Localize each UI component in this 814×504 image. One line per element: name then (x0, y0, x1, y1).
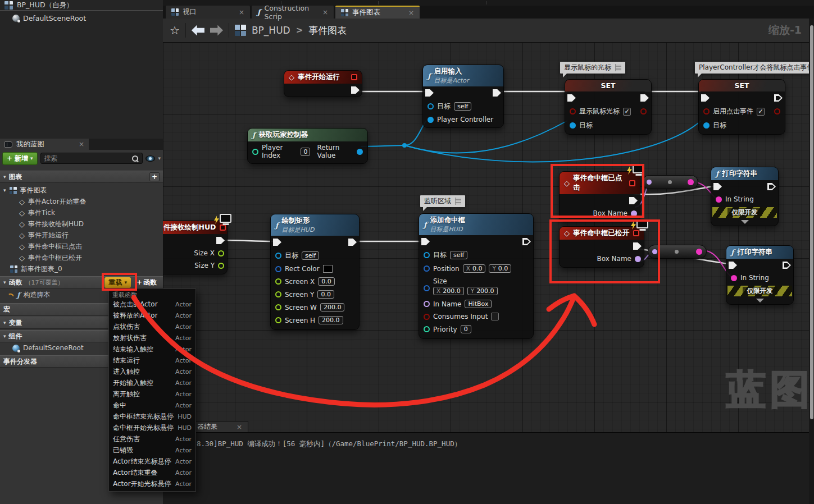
search-input[interactable]: 搜索 (40, 153, 143, 164)
comment-pin-icon[interactable] (615, 64, 621, 71)
target-pin[interactable] (424, 252, 430, 258)
screen-x-value[interactable]: 0.0 (318, 277, 335, 286)
exec-out-pin[interactable] (633, 242, 642, 250)
tab-construction-script[interactable]: ƒ Construction Scrip × (252, 6, 334, 19)
exec-in-pin[interactable] (421, 238, 430, 245)
node-event-begin-play[interactable]: ◇ 事件开始运行 (284, 70, 362, 97)
menu-item[interactable]: Actor开始光标悬停Actor (109, 478, 195, 489)
exec-out-pin[interactable] (351, 86, 360, 94)
override-dropdown-button[interactable]: 重载 ▾ (104, 277, 131, 288)
node-event-receive-draw-hud[interactable]: 件接收绘制HUD Size X Size Y (163, 221, 228, 274)
position-y-value[interactable]: 0.0 (498, 265, 508, 272)
screen-w-value[interactable]: 200.0 (320, 303, 345, 311)
exec-out-pin[interactable] (783, 262, 791, 269)
screen-y-pin[interactable] (275, 291, 281, 297)
menu-item[interactable]: 离开触控Actor (109, 388, 195, 400)
close-icon[interactable]: × (79, 141, 84, 148)
screen-w-pin[interactable] (275, 304, 281, 310)
priority-value[interactable]: 0 (461, 325, 471, 333)
tree-item-event[interactable]: ◇ 事件开始运行 (0, 230, 163, 241)
bool-out-pin[interactable] (774, 108, 780, 114)
name-to-string-conversion-node[interactable] (648, 245, 707, 259)
exec-out-pin[interactable] (629, 197, 638, 204)
node-header[interactable]: ◇ 事件开始运行 (284, 71, 362, 84)
bool-in-pin[interactable] (570, 108, 576, 114)
tab-my-blueprint[interactable]: 我的蓝图 × (0, 139, 89, 150)
debug-breakpoint-icon[interactable] (629, 180, 635, 186)
expander-icon[interactable]: ▾ (3, 187, 6, 193)
return-value-pin[interactable] (357, 149, 363, 155)
section-header-graphs[interactable]: ▾ 图表 + (0, 171, 163, 183)
size-x-pin[interactable] (218, 250, 224, 256)
back-arrow-icon[interactable] (192, 25, 204, 36)
menu-item[interactable]: 命中框开始光标悬停HUD (109, 422, 195, 433)
debug-breakpoint-icon[interactable] (633, 230, 639, 236)
exec-in-pin[interactable] (273, 239, 281, 246)
expander-icon[interactable]: ▾ (3, 320, 6, 326)
node-set-enable-click-events[interactable]: SET 启用点击事件 ✓ 目标 (698, 79, 785, 135)
node-header[interactable]: ƒ 打印字符串 (726, 246, 793, 259)
screen-x-pin[interactable] (275, 278, 281, 285)
color-swatch[interactable] (323, 265, 333, 273)
tree-item-event[interactable]: ◇ 事件Tick (0, 207, 163, 218)
visibility-eye-icon[interactable] (145, 155, 155, 162)
player-index-pin[interactable] (252, 149, 258, 155)
exec-out-pin[interactable] (493, 89, 501, 97)
tree-item-event[interactable]: ◇ 事件接收绘制HUD (0, 218, 163, 230)
string-out-pin[interactable] (696, 249, 702, 255)
bool-out-pin[interactable] (640, 108, 647, 114)
screen-h-pin[interactable] (275, 317, 281, 323)
name-in-pin[interactable] (647, 180, 652, 185)
size-y-pin[interactable] (218, 263, 224, 269)
target-value[interactable]: self (450, 251, 467, 259)
node-enable-input[interactable]: ƒ 启用输入 目标是Actor 目标 self Player Controlle… (422, 65, 504, 128)
favorite-star-icon[interactable]: ☆ (170, 25, 180, 36)
node-header[interactable]: ƒ 添加命中框 目标是HUD (419, 214, 533, 235)
string-out-pin[interactable] (688, 179, 694, 185)
exec-out-pin[interactable] (640, 94, 649, 102)
tree-item-new-event-graph[interactable]: 新事件图表_0 (0, 263, 163, 274)
section-header-functions[interactable]: ▾ 函数 （17可覆盖） 重载 ▾ + 函数 (0, 276, 163, 288)
node-header[interactable]: ƒ 启用输入 目标是Actor (423, 65, 503, 86)
component-row-default-scene-root[interactable]: DefaultSceneRoot (0, 11, 163, 22)
exec-in-pin[interactable] (701, 94, 710, 102)
node-set-show-mouse-cursor[interactable]: SET 显示鼠标光标 ✓ 目标 (565, 79, 652, 135)
size-y-value[interactable]: 200.0 (476, 287, 494, 295)
expander-icon[interactable]: ▾ (3, 333, 6, 339)
position-x-value[interactable]: 0.0 (472, 265, 483, 272)
menu-item[interactable]: 进入触控Actor (109, 366, 195, 377)
priority-pin[interactable] (424, 326, 430, 332)
comment-bubble-show-cursor[interactable]: 显示鼠标的光标 (560, 62, 625, 74)
comment-bubble-click-events[interactable]: PlayerController才会将鼠标点击事件 (695, 62, 814, 74)
chevron-down-icon[interactable]: ▾ (158, 155, 161, 161)
node-get-player-controller[interactable]: ƒ 获取玩家控制器 Player Index 0 Return Value (247, 128, 368, 164)
expander-icon[interactable]: ▾ (3, 280, 6, 285)
menu-item[interactable]: 被点击的ActorActor (109, 299, 195, 310)
size-x-value[interactable]: 200.0 (443, 287, 461, 295)
node-event-hit-box-click[interactable]: ◇ 事件命中框已点击 Box Name (559, 171, 640, 222)
exec-out-pin[interactable] (348, 239, 357, 246)
tab-event-graph[interactable]: 事件图表 × (335, 6, 420, 19)
menu-item[interactable]: 任意伤害Actor (109, 433, 195, 445)
name-to-string-conversion-node[interactable] (642, 175, 698, 189)
exec-in-pin[interactable] (567, 94, 576, 102)
screen-h-value[interactable]: 200.0 (319, 316, 343, 324)
tab-viewport[interactable]: 视口 × (166, 6, 250, 19)
exec-in-pin[interactable] (713, 183, 722, 190)
position-pin[interactable] (424, 265, 430, 272)
add-graph-button[interactable]: + (149, 172, 160, 181)
close-icon[interactable]: × (408, 10, 414, 16)
bool-in-pin[interactable] (703, 108, 710, 114)
node-event-hit-box-release[interactable]: ◇ 事件命中框已松开 Box Name (559, 226, 644, 268)
menu-item[interactable]: 已销毁Actor (109, 445, 195, 456)
node-header[interactable]: SET (699, 80, 785, 91)
exec-out-pin[interactable] (774, 94, 783, 102)
in-name-value[interactable]: HitBox (465, 300, 492, 308)
close-icon[interactable]: × (239, 9, 244, 16)
screen-y-value[interactable]: 0.0 (317, 290, 334, 299)
tree-item-event[interactable]: ◇ 事件命中框已松开 (0, 252, 163, 263)
menu-item[interactable]: 放射状伤害Actor (109, 332, 195, 343)
checkbox-unchecked[interactable] (491, 313, 499, 320)
debug-breakpoint-icon[interactable] (220, 224, 226, 231)
menu-item[interactable]: 开始输入触控Actor (109, 377, 195, 388)
